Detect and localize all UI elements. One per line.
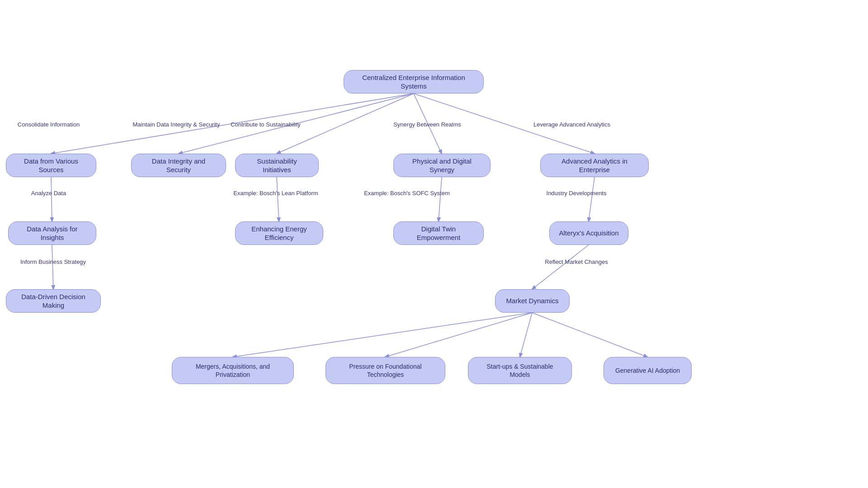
label-consolidate: Consolidate Information — [9, 121, 88, 128]
label-bosch-sofc: Example: Bosch's SOFC System — [348, 190, 466, 197]
label-reflect: Reflect Market Changes — [531, 258, 622, 265]
svg-line-10 — [532, 245, 589, 289]
node-data-sources: Data from Various Sources — [6, 154, 96, 177]
node-sustainability: Sustainability Initiatives — [235, 154, 319, 177]
node-decision-making: Data-Driven Decision Making — [6, 289, 101, 313]
node-advanced-analytics: Advanced Analytics in Enterprise — [540, 154, 649, 177]
label-maintain: Maintain Data Integrity & Security — [124, 121, 228, 128]
node-startups: Start-ups & Sustainable Models — [468, 357, 572, 384]
diagram-container: Centralized Enterprise Information Syste… — [0, 0, 868, 488]
node-mergers: Mergers, Acquisitions, and Privatization — [172, 357, 294, 384]
label-bosch-lean: Example: Bosch's Lean Platform — [217, 190, 335, 197]
svg-line-14 — [532, 313, 647, 357]
label-inform: Inform Business Strategy — [9, 258, 97, 265]
node-pressure: Pressure on Foundational Technologies — [326, 357, 445, 384]
svg-line-9 — [589, 177, 594, 221]
node-data-analysis: Data Analysis for Insights — [8, 221, 96, 245]
node-alteryx: Alteryx's Acquisition — [549, 221, 628, 245]
node-physical-digital: Physical and Digital Synergy — [393, 154, 491, 177]
label-leverage: Leverage Advanced Analytics — [518, 121, 626, 128]
label-industry-dev: Industry Developments — [531, 190, 622, 197]
label-contribute: Contribute to Sustainability — [217, 121, 314, 128]
label-synergy: Synergy Between Realms — [380, 121, 475, 128]
node-generative-ai: Generative AI Adoption — [604, 357, 692, 384]
svg-line-12 — [385, 313, 532, 357]
svg-line-8 — [439, 177, 442, 221]
node-digital-twin: Digital Twin Empowerment — [393, 221, 484, 245]
node-energy-efficiency: Enhancing Energy Efficiency — [235, 221, 323, 245]
svg-line-7 — [277, 177, 279, 221]
svg-line-5 — [51, 177, 52, 221]
node-market-dynamics: Market Dynamics — [495, 289, 570, 313]
svg-line-13 — [520, 313, 532, 357]
label-analyze: Analyze Data — [9, 190, 88, 197]
svg-line-6 — [52, 245, 53, 289]
svg-line-11 — [233, 313, 532, 357]
node-data-integrity: Data Integrity and Security — [131, 154, 226, 177]
node-root: Centralized Enterprise Information Syste… — [344, 70, 484, 94]
